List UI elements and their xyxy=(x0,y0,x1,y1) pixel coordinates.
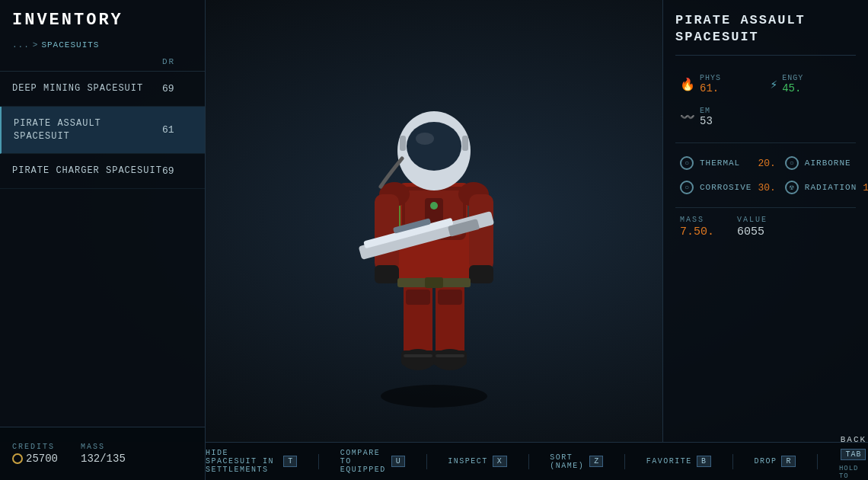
mass-label: MASS xyxy=(81,443,126,451)
item-mass-label: MASS xyxy=(680,216,714,224)
item-mass-value: 7.50. xyxy=(680,226,714,238)
character-figure xyxy=(312,23,556,419)
svg-rect-19 xyxy=(469,194,493,270)
action-btn-drop[interactable]: DROP R xyxy=(754,456,796,467)
action-btn-favorite[interactable]: FAVORITE B xyxy=(646,456,711,467)
list-header: DR xyxy=(0,54,205,72)
action-btn-inspect[interactable]: INSPECT X xyxy=(448,456,507,467)
item-dr: 69 xyxy=(162,83,193,94)
breadcrumb-current: SPACESUITS xyxy=(41,40,99,50)
corrosive-stat: ○ CORROSIVE 30. xyxy=(675,175,780,200)
svg-rect-7 xyxy=(404,354,432,357)
selected-item-name: PIRATE ASSAULT SPACESUIT xyxy=(675,12,856,56)
svg-rect-8 xyxy=(436,354,464,357)
bottom-stat-bar: CREDITS 25700 MASS 132/135 xyxy=(0,427,206,480)
action-separator xyxy=(624,454,625,469)
col-name-header xyxy=(12,57,162,66)
phys-stat: 🔥 PHYS 61. xyxy=(675,68,766,101)
radiation-icon: ☢ xyxy=(785,181,799,194)
thermal-label: THERMAL xyxy=(700,158,752,168)
action-separator xyxy=(528,454,529,469)
radiation-label: RADIATION xyxy=(805,183,857,192)
action-btn-compare-to-equipped[interactable]: COMPARE TO EQUIPPED U xyxy=(340,449,405,474)
svg-rect-33 xyxy=(438,290,462,305)
svg-rect-26 xyxy=(400,136,406,151)
svg-point-0 xyxy=(381,385,487,408)
back-button[interactable]: BACK TAB HOLD TO EXIT xyxy=(839,435,868,480)
key-badge: R xyxy=(781,456,796,467)
phys-value: 61. xyxy=(700,82,721,94)
em-stat: 〰️ EM 53 xyxy=(675,101,766,133)
airborne-stat: ○ AIRBORNE 0. xyxy=(780,151,868,175)
key-badge: B xyxy=(697,456,711,467)
credits-amount: 25700 xyxy=(26,453,58,465)
inventory-list: DEEP MINING SPACESUIT 69 PIRATE ASSAULT … xyxy=(0,72,205,189)
action-label: DROP xyxy=(754,457,777,466)
radiation-value: 10. xyxy=(863,182,868,194)
item-dr: 61 xyxy=(162,124,193,136)
credits-label: CREDITS xyxy=(12,443,58,451)
key-badge: U xyxy=(391,456,405,467)
key-badge: T xyxy=(283,456,297,467)
breadcrumb: ... > SPACESUITS xyxy=(0,37,205,54)
em-label: EM xyxy=(700,107,713,115)
action-btn-sort-(name)[interactable]: SORT (NAME) Z xyxy=(550,453,603,470)
svg-rect-21 xyxy=(469,265,493,283)
action-label: SORT (NAME) xyxy=(550,453,585,470)
action-bar: HIDE SPACESUIT IN SETTLEMENTS T COMPARE … xyxy=(206,442,868,480)
item-name: PIRATE ASSAULT SPACESUIT xyxy=(14,117,162,143)
action-separator xyxy=(426,454,427,469)
mass-value-section: MASS 7.50. VALUE 6055 xyxy=(675,207,856,246)
back-key: TAB xyxy=(841,449,866,460)
inventory-item-3[interactable]: PIRATE CHARGER SPACESUIT 69 xyxy=(0,154,205,189)
sub-stats-grid: ○ THERMAL 20. ○ AIRBORNE 0. ○ CORROSIVE … xyxy=(675,151,856,200)
mass-value: 132/135 xyxy=(81,453,126,465)
phys-label: PHYS xyxy=(700,74,721,82)
credits-block: CREDITS 25700 xyxy=(12,443,58,465)
action-label: HIDE SPACESUIT IN SETTLEMENTS xyxy=(206,449,279,474)
item-name: DEEP MINING SPACESUIT xyxy=(12,82,162,95)
mass-block: MASS 132/135 xyxy=(81,443,126,465)
em-value: 53 xyxy=(700,115,713,127)
item-value-amount: 6055 xyxy=(737,226,767,238)
svg-rect-27 xyxy=(462,136,468,151)
key-badge: Z xyxy=(589,456,603,467)
svg-rect-32 xyxy=(406,290,430,305)
item-name: PIRATE CHARGER SPACESUIT xyxy=(12,165,162,178)
action-separator xyxy=(318,454,319,469)
thermal-stat: ○ THERMAL 20. xyxy=(675,151,780,175)
radiation-stat: ☢ RADIATION 10. xyxy=(780,175,868,200)
action-label: INSPECT xyxy=(448,457,488,466)
key-badge: X xyxy=(493,456,507,467)
svg-point-24 xyxy=(407,122,461,171)
engy-label: ENGY xyxy=(782,74,803,82)
item-mass-block: MASS 7.50. xyxy=(680,216,714,238)
thermal-icon: ○ xyxy=(680,156,694,170)
engy-stat: ⚡ ENGY 45. xyxy=(766,68,857,101)
primary-stats: 🔥 PHYS 61. ⚡ ENGY 45. 〰️ EM 53 xyxy=(675,68,856,133)
inventory-item-1[interactable]: DEEP MINING SPACESUIT 69 xyxy=(0,72,205,107)
svg-rect-20 xyxy=(375,265,399,283)
action-label: COMPARE TO EQUIPPED xyxy=(340,449,387,474)
character-viewport xyxy=(206,0,662,442)
back-separator xyxy=(817,454,818,469)
inventory-panel: INVENTORY ... > SPACESUITS DR DEEP MININ… xyxy=(0,0,206,442)
col-dr-header: DR xyxy=(162,57,193,66)
thermal-value: 20. xyxy=(758,158,775,169)
inventory-item-2[interactable]: PIRATE ASSAULT SPACESUIT 61 xyxy=(0,107,205,155)
item-dr: 69 xyxy=(162,165,193,177)
back-label: BACK xyxy=(841,435,866,444)
credits-value: 25700 xyxy=(12,453,58,465)
engy-value: 45. xyxy=(782,82,803,94)
action-label: FAVORITE xyxy=(646,457,692,466)
corrosive-label: CORROSIVE xyxy=(700,183,752,192)
breadcrumb-parent: ... xyxy=(12,40,30,50)
airborne-label: AIRBORNE xyxy=(805,158,863,168)
back-sub: HOLD TO EXIT xyxy=(839,465,868,480)
svg-point-36 xyxy=(430,202,438,210)
phys-icon: 🔥 xyxy=(680,77,695,92)
action-btn-hide-spacesuit-in-settlements[interactable]: HIDE SPACESUIT IN SETTLEMENTS T xyxy=(206,449,297,474)
item-value-label: VALUE xyxy=(737,216,767,224)
svg-rect-4 xyxy=(401,350,435,366)
corrosive-value: 30. xyxy=(758,182,775,194)
